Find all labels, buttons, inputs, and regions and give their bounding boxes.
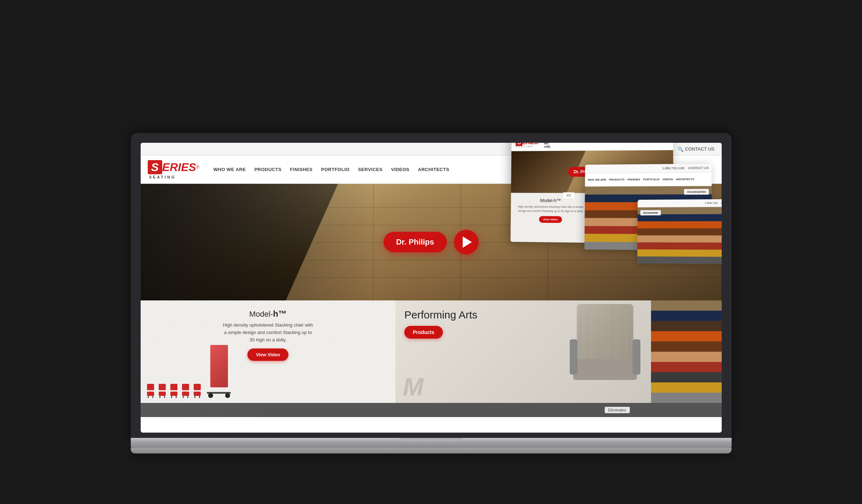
phone-number[interactable]: 1.800.729.1190: [574, 146, 608, 152]
svg-rect-15: [187, 396, 188, 398]
product-cards-section: Model-h™ High density upholstered Stacki…: [141, 300, 722, 403]
hero-cta-button[interactable]: Dr. Philips: [383, 232, 447, 252]
svg-rect-8: [170, 384, 177, 390]
chair-2: [157, 384, 167, 398]
svg-rect-23: [570, 339, 577, 375]
nav-videos[interactable]: VIDEOS: [391, 167, 409, 172]
svg-rect-17: [194, 392, 201, 396]
folder-icon: 📁: [654, 146, 659, 152]
model-h-title: Model-h™: [149, 309, 387, 319]
nav-who-we-are[interactable]: WHO WE ARE: [213, 167, 246, 172]
logo[interactable]: S ERIES ® SEATING: [148, 160, 199, 179]
contact-link[interactable]: 🔍 CONTACT US: [678, 146, 714, 152]
laptop: 1.800.729.1190 💬 What's New 📁 Blog 🔍 CON…: [131, 133, 732, 453]
registered-mark: ®: [196, 165, 199, 170]
model-h-card: Model-h™ High density upholstered Stacki…: [141, 300, 396, 403]
performing-arts-card: Performing Arts Products: [396, 300, 651, 403]
play-icon: [463, 236, 472, 248]
model-h-desc: High density upholstered Stacking chair …: [222, 322, 314, 344]
svg-rect-18: [194, 396, 195, 398]
svg-rect-7: [164, 396, 165, 398]
search-icon: 🔍: [678, 146, 683, 152]
top-utility-bar: 1.800.729.1190 💬 What's New 📁 Blog 🔍 CON…: [141, 143, 722, 156]
svg-rect-0: [147, 384, 154, 390]
svg-rect-12: [182, 384, 189, 390]
theater-seat-svg: [570, 304, 640, 392]
laptop-screen: 1.800.729.1190 💬 What's New 📁 Blog 🔍 CON…: [141, 143, 722, 433]
laptop-base: [131, 438, 732, 448]
finishes-sidebar: [651, 300, 722, 403]
theater-seat-illustration: [570, 304, 647, 396]
blog-label: Blog: [661, 146, 670, 152]
logo-series: S ERIES ®: [148, 160, 199, 174]
finish-brick: [651, 362, 722, 372]
logo-seating: SEATING: [149, 175, 176, 179]
stair-vert-1: [373, 184, 374, 300]
m-watermark: M: [403, 375, 423, 399]
svg-rect-5: [159, 392, 166, 396]
nav-architects[interactable]: ARCHITECTS: [418, 167, 450, 172]
nav-portfolio[interactable]: PORTFOLIO: [321, 167, 350, 172]
nav-services[interactable]: SERVICES: [358, 167, 383, 172]
svg-rect-11: [176, 396, 177, 398]
hero-section: Dr. Philips: [141, 184, 722, 300]
logo-eries: ERIES: [162, 162, 196, 173]
svg-rect-16: [194, 384, 201, 390]
chairs-row: [146, 345, 231, 398]
finish-orange: [651, 331, 722, 341]
scene: 1.800.729.1190 💬 What's New 📁 Blog 🔍 CON…: [42, 22, 820, 482]
whats-new-label: What's New: [622, 146, 647, 152]
svg-rect-2: [148, 396, 149, 398]
svg-rect-4: [159, 384, 166, 390]
performing-arts-button[interactable]: Products: [404, 326, 443, 339]
hero-cta: Dr. Philips: [383, 230, 479, 254]
svg-rect-6: [159, 396, 160, 398]
finish-gray: [651, 393, 722, 403]
finish-tan: [651, 352, 722, 362]
hero-left-overlay: [141, 184, 373, 300]
chair-1: [146, 384, 156, 398]
svg-rect-10: [171, 396, 172, 398]
svg-rect-19: [199, 396, 200, 398]
nav-finishes[interactable]: FINISHES: [290, 167, 313, 172]
screen-bezel: 1.800.729.1190 💬 What's New 📁 Blog 🔍 CON…: [131, 133, 732, 438]
chair-4: [181, 384, 190, 398]
whats-new-link[interactable]: 💬 What's New: [615, 146, 647, 152]
nav-products[interactable]: PRODUCTS: [254, 167, 282, 172]
bottom-strip: Eliminates: [141, 403, 722, 417]
finish-gold: [651, 382, 722, 393]
finish-brown: [651, 341, 722, 352]
main-website: 1.800.729.1190 💬 What's New 📁 Blog 🔍 CON…: [141, 143, 722, 433]
logo-s: S: [148, 160, 162, 174]
svg-rect-13: [182, 392, 189, 396]
chair-3: [169, 384, 179, 398]
chair-dolly: [207, 345, 231, 398]
svg-rect-21: [577, 304, 633, 361]
dolly-wheel-l: [208, 393, 213, 398]
laptop-bottom: [131, 448, 732, 453]
blog-link[interactable]: 📁 Blog: [654, 146, 670, 152]
stair-vert-3: [547, 184, 548, 300]
dolly-stack: [210, 345, 228, 387]
finish-navy: [651, 311, 722, 321]
finish-dark-wood: [651, 321, 722, 331]
chair-5: [192, 384, 202, 398]
svg-rect-1: [147, 392, 154, 396]
svg-rect-22: [573, 359, 637, 380]
nav-items: WHO WE ARE PRODUCTS FINISHES PORTFOLIO S…: [213, 167, 715, 172]
main-navigation: S ERIES ® SEATING WHO WE ARE PRODUCTS FI…: [141, 156, 722, 184]
finish-charcoal: [651, 372, 722, 382]
svg-rect-9: [170, 392, 177, 396]
svg-rect-24: [633, 339, 640, 375]
dolly-wheel-r: [225, 393, 230, 398]
view-video-button[interactable]: View Video: [247, 348, 288, 361]
eliminates-label: Eliminates: [605, 407, 630, 413]
svg-rect-14: [183, 396, 184, 398]
contact-label: CONTACT US: [685, 146, 714, 152]
finish-wood: [651, 300, 722, 311]
svg-rect-3: [152, 396, 153, 398]
chat-icon: 💬: [615, 146, 621, 152]
play-button[interactable]: [454, 230, 479, 254]
